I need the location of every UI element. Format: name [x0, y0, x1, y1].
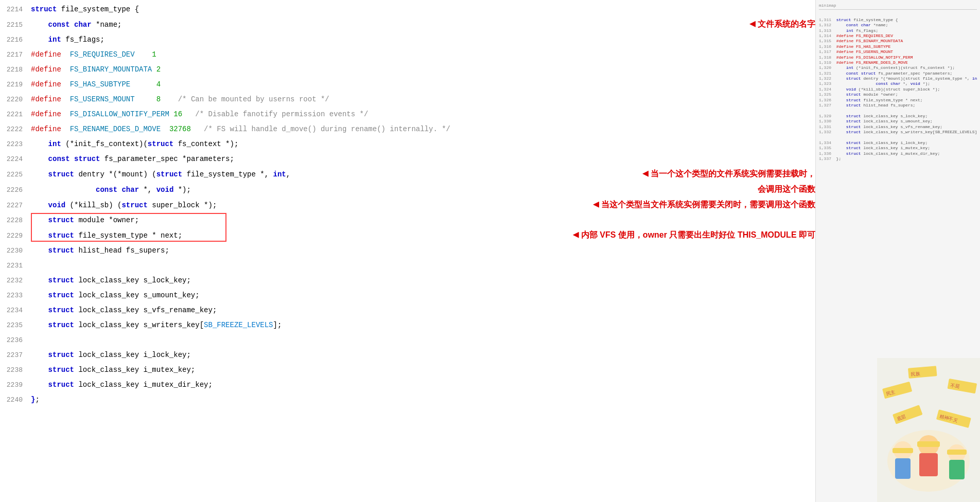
line-num-2223: 2223 — [0, 137, 31, 152]
code-2234: struct lock_class_key s_vfs_rename_key; — [31, 303, 815, 317]
line-num-2228: 2228 — [0, 213, 31, 228]
code-line-2235: 2235 struct lock_class_key s_writers_key… — [0, 318, 815, 333]
line-num-2224: 2224 — [0, 152, 31, 167]
line-num-2215: 2215 — [0, 18, 31, 32]
line-num-2234: 2234 — [0, 303, 31, 318]
code-line-2226: 2226 const char *, void *); 会调用这个函数 — [0, 182, 815, 198]
code-2224: const struct fs_parameter_spec *paramete… — [31, 152, 815, 166]
code-area: 2214 struct file_system_type { 2215 cons… — [0, 0, 815, 407]
svg-rect-3 — [895, 458, 911, 479]
code-line-2231: 2231 — [0, 258, 815, 273]
arrow-2229: ◀ — [573, 228, 579, 242]
svg-rect-10 — [947, 450, 967, 455]
right-code-thumbnail: minimap 1,311 struct file_system_type { … — [816, 0, 980, 170]
code-2216: int fs_flags; — [31, 32, 815, 47]
line-num-2240: 2240 — [0, 393, 31, 407]
arrow-2215: ◀ — [749, 17, 756, 31]
code-line-2221: 2221 #define FS_DISALLOW_NOTIFY_PERM 16 … — [0, 107, 815, 122]
svg-rect-9 — [949, 460, 965, 479]
code-2218: #define FS_BINARY_MOUNTDATA 2 — [31, 62, 815, 77]
line-num-2238: 2238 — [0, 363, 31, 378]
code-line-2240: 2240 }; — [0, 392, 815, 407]
annotation-2227: 当这个类型当文件系统实例需要关闭时，需要调用这个函数 — [601, 198, 815, 212]
right-panel: minimap 1,311 struct file_system_type { … — [815, 0, 980, 502]
code-line-2219: 2219 #define FS_HAS_SUBTYPE 4 — [0, 77, 815, 92]
code-2235: struct lock_class_key s_writers_key[SB_F… — [31, 318, 815, 332]
svg-rect-4 — [892, 448, 913, 453]
code-line-2216: 2216 int fs_flags; — [0, 32, 815, 47]
code-2240: }; — [31, 392, 815, 407]
code-2221: #define FS_DISALLOW_NOTIFY_PERM 16 /* Di… — [31, 107, 815, 121]
code-2220: #define FS_USERNS_MOUNT 8 /* Can be moun… — [31, 92, 815, 106]
line-num-2230: 2230 — [0, 244, 31, 258]
code-line-2222: 2222 #define FS_RENAME_DOES_D_MOVE 32768… — [0, 122, 815, 137]
line-num-2237: 2237 — [0, 348, 31, 363]
annotation-2225: 当一个这个类型的文件系统实例需要挂载时， — [651, 167, 815, 181]
code-line-2237: 2237 struct lock_class_key i_lock_key; — [0, 348, 815, 363]
line-num-2217: 2217 — [0, 48, 31, 62]
code-line-2218: 2218 #define FS_BINARY_MOUNTDATA 2 — [0, 62, 815, 77]
line-num-2226: 2226 — [0, 183, 31, 198]
code-2232: struct lock_class_key s_lock_key; — [31, 273, 815, 288]
line-num-2225: 2225 — [0, 168, 31, 182]
code-2239: struct lock_class_key i_mutex_dir_key; — [31, 378, 815, 392]
line-num-2232: 2232 — [0, 274, 31, 288]
code-2228: struct module *owner; — [31, 213, 815, 227]
manga-decoration: 民主 不屈 民族 底层 精神不灭 — [877, 358, 980, 502]
line-num-2218: 2218 — [0, 63, 31, 77]
code-line-2238: 2238 struct lock_class_key i_mutex_key; — [0, 363, 815, 378]
code-line-2225: 2225 struct dentry *(*mount) (struct fil… — [0, 167, 815, 182]
line-num-2220: 2220 — [0, 93, 31, 107]
code-2230: struct hlist_head fs_supers; — [31, 243, 815, 258]
line-num-2236: 2236 — [0, 333, 31, 348]
line-num-2219: 2219 — [0, 78, 31, 92]
code-2226: const char *, void *); — [31, 183, 716, 197]
annotation-2215: 文件系统的名字 — [758, 17, 815, 31]
code-2217: #define FS_REQUIRES_DEV 1 — [31, 47, 815, 62]
code-2231 — [31, 258, 815, 273]
code-line-2239: 2239 struct lock_class_key i_mutex_dir_k… — [0, 378, 815, 392]
line-num-2214: 2214 — [0, 3, 31, 17]
code-2238: struct lock_class_key i_mutex_key; — [31, 363, 815, 377]
code-line-2217: 2217 #define FS_REQUIRES_DEV 1 — [0, 47, 815, 62]
line-num-2231: 2231 — [0, 259, 31, 273]
code-2237: struct lock_class_key i_lock_key; — [31, 348, 815, 362]
highlight-block: 2228 struct module *owner; 2229 struct f… — [0, 213, 815, 243]
code-2215: const char *name; — [31, 17, 747, 32]
code-2233: struct lock_class_key s_umount_key; — [31, 288, 815, 302]
code-line-2232: 2232 struct lock_class_key s_lock_key; — [0, 273, 815, 288]
line-num-2216: 2216 — [0, 33, 31, 47]
code-line-2228: 2228 struct module *owner; — [0, 213, 815, 228]
code-2229: struct file_system_type * next; — [31, 228, 569, 243]
code-2236 — [31, 333, 815, 347]
code-line-2236: 2236 — [0, 333, 815, 348]
code-2219: #define FS_HAS_SUBTYPE 4 — [31, 77, 815, 92]
svg-rect-7 — [917, 441, 940, 447]
code-line-2230: 2230 struct hlist_head fs_supers; — [0, 243, 815, 258]
svg-rect-6 — [919, 453, 938, 476]
main-content: 2214 struct file_system_type { 2215 cons… — [0, 0, 815, 502]
code-line-2224: 2224 const struct fs_parameter_spec *par… — [0, 152, 815, 167]
code-line-2234: 2234 struct lock_class_key s_vfs_rename_… — [0, 303, 815, 318]
code-line-2220: 2220 #define FS_USERNS_MOUNT 8 /* Can be… — [0, 92, 815, 107]
line-num-2235: 2235 — [0, 318, 31, 333]
line-num-2239: 2239 — [0, 378, 31, 392]
code-line-2223: 2223 int (*init_fs_context)(struct fs_co… — [0, 137, 815, 152]
code-line-2215: 2215 const char *name; ◀ 文件系统的名字 — [0, 17, 815, 32]
line-num-2229: 2229 — [0, 229, 31, 243]
code-2222: #define FS_RENAME_DOES_D_MOVE 32768 /* F… — [31, 122, 815, 136]
code-line-2227: 2227 void (*kill_sb) (struct super_block… — [0, 198, 815, 213]
arrow-2227: ◀ — [593, 198, 599, 212]
annotation-2229: 内部 VFS 使用，owner 只需要出生时好位 THIS_MODULE 即可 — [581, 228, 815, 242]
code-line-2214: 2214 struct file_system_type { — [0, 2, 815, 17]
line-num-2227: 2227 — [0, 199, 31, 213]
annotation-2226: 会调用这个函数 — [758, 185, 815, 193]
code-2227: void (*kill_sb) (struct super_block *); — [31, 198, 589, 212]
line-num-2233: 2233 — [0, 289, 31, 303]
arrow-2225: ◀ — [642, 167, 649, 181]
line-num-2221: 2221 — [0, 107, 31, 122]
code-line-2233: 2233 struct lock_class_key s_umount_key; — [0, 288, 815, 303]
code-2223: int (*init_fs_context)(struct fs_context… — [31, 137, 815, 151]
code-line-2229: 2229 struct file_system_type * next; ◀ 内… — [0, 228, 815, 243]
code-2225: struct dentry *(*mount) (struct file_sys… — [31, 167, 638, 182]
